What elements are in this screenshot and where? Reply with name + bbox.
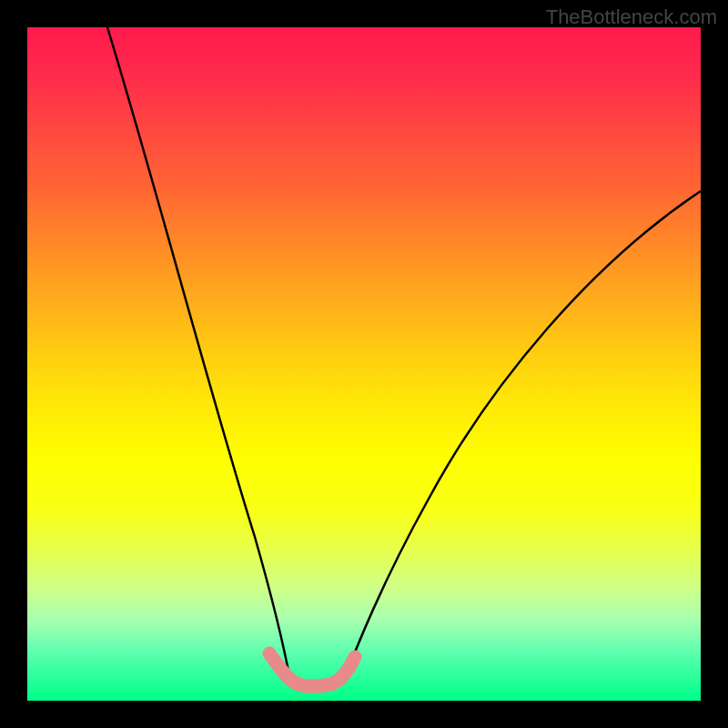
curve-left	[107, 27, 290, 681]
bottom-highlight	[269, 653, 355, 686]
curve-right	[344, 191, 701, 681]
chart-svg	[27, 27, 701, 701]
watermark-text: TheBottleneck.com	[546, 5, 717, 29]
